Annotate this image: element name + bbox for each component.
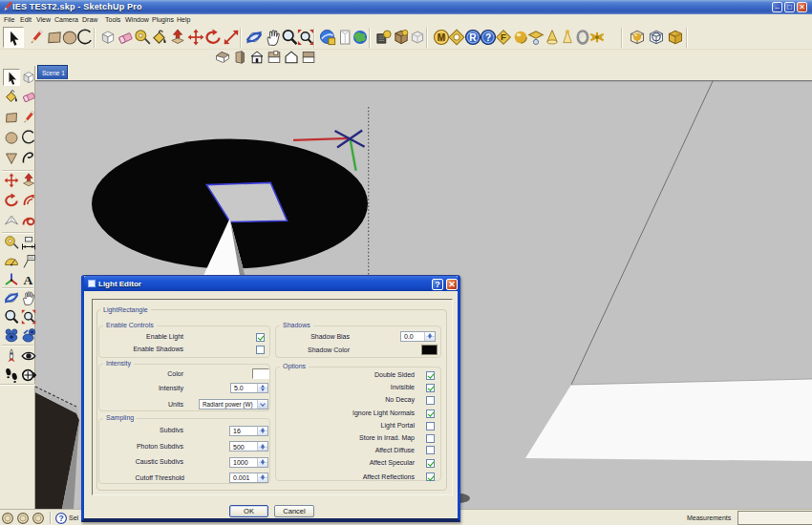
svg-text:R: R <box>469 32 477 43</box>
svg-text:F: F <box>501 32 506 42</box>
svg-text:?: ? <box>485 32 491 43</box>
svg-text:?: ? <box>58 514 63 523</box>
svg-text:A: A <box>24 273 33 287</box>
svg-text:M: M <box>438 32 445 43</box>
